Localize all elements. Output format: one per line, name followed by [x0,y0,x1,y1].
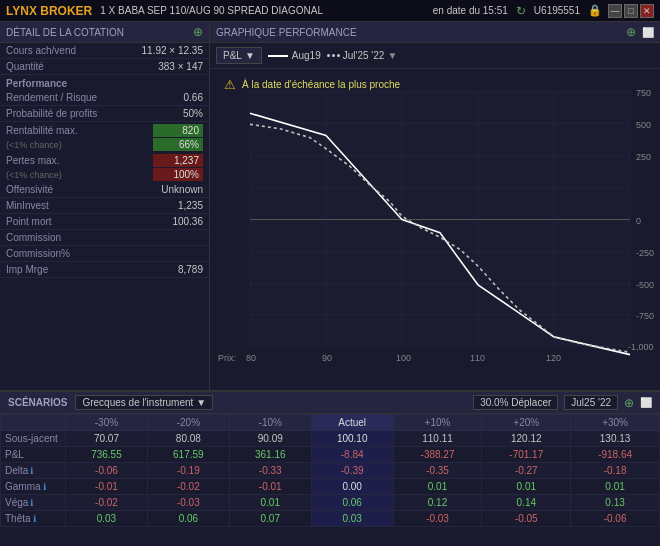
prob-label: Probabilité de profits [6,108,97,119]
left-panel: DÉTAIL DE LA COTATION ⊕ Cours ach/vend 1… [0,22,210,390]
rentabilite-value: 820 [153,124,203,137]
deplacer-dropdown[interactable]: 30.0% Déplacer [473,395,558,410]
greques-dropdown[interactable]: Grecques de l'instrument ▼ [75,395,213,410]
table-cell: -8.84 [311,447,393,463]
date-dropdown[interactable]: Jul25 '22 [564,395,618,410]
table-cell: -0.03 [393,511,482,527]
info-icon[interactable]: ℹ [30,498,33,508]
chart-panel: GRAPHIQUE PERFORMANCE ⊕ ⬜ P&L ▼ Aug19 Ju… [210,22,660,390]
row-label: P&L [1,447,66,463]
chart-header: GRAPHIQUE PERFORMANCE ⊕ ⬜ [210,22,660,43]
jul25-legend: Jul'25 '22 ▼ [327,50,398,61]
table-cell: -0.02 [147,479,229,495]
pertes-sub: (<1% chance) [6,170,62,180]
scenarios-expand-icon[interactable]: ⬜ [640,397,652,408]
rentabilite-sub: (<1% chance) [6,140,62,150]
mininvest-value: 1,235 [178,200,203,211]
table-cell: -0.27 [482,463,571,479]
imp-mrge-label: Imp Mrge [6,264,48,275]
svg-text:110: 110 [470,352,485,364]
col-plus20: +20% [482,415,571,431]
cours-row: Cours ach/vend 11.92 × 12.35 [0,43,209,59]
table-cell: 361.16 [229,447,311,463]
dropdown-arrow-icon: ▼ [245,50,255,61]
greques-arrow-icon: ▼ [196,397,206,408]
chart-link-icon[interactable]: ⊕ [626,25,636,39]
minimize-button[interactable]: — [608,4,622,18]
table-cell: -0.03 [147,495,229,511]
maximize-button[interactable]: □ [624,4,638,18]
jul25-dropdown-arrow[interactable]: ▼ [387,50,397,61]
pertes-bar: Pertes max. 1,237 [6,154,203,167]
info-icon[interactable]: ℹ [43,482,46,492]
performance-section: Performance [0,75,209,90]
pertes-section: Pertes max. 1,237 (<1% chance) 100% [0,152,209,182]
close-button[interactable]: ✕ [640,4,654,18]
table-cell: 70.07 [66,431,148,447]
table-cell: -0.06 [66,463,148,479]
dotted-line-icon [327,54,340,57]
table-cell: 617.59 [147,447,229,463]
rentabilite-bar: Rentabilité max. 820 [6,124,203,137]
refresh-icon: ↻ [516,4,526,18]
col-minus10: -10% [229,415,311,431]
detail-header: DÉTAIL DE LA COTATION ⊕ [0,22,209,43]
pertes-sub-row: (<1% chance) 100% [6,168,203,181]
table-cell: -0.01 [229,479,311,495]
main-layout: DÉTAIL DE LA COTATION ⊕ Cours ach/vend 1… [0,22,660,390]
commission-pct-row: Commission% [0,246,209,262]
commission-pct-label: Commission% [6,248,70,259]
warning-icon: ⚠ [224,77,236,92]
mininvest-label: MinInvest [6,200,49,211]
point-mort-label: Point mort [6,216,52,227]
table-row: Végaℹ-0.02-0.030.010.060.120.140.13 [1,495,660,511]
scenarios-label: SCÉNARIOS [8,397,67,408]
table-cell: -0.18 [571,463,660,479]
rendement-value: 0.66 [184,92,203,103]
performance-chart: 750 500 250 0 -250 -500 -750 -1,000 Prix… [210,69,660,390]
col-plus10: +10% [393,415,482,431]
info-icon[interactable]: ℹ [33,514,36,524]
pl-dropdown[interactable]: P&L ▼ [216,47,262,64]
row-label: Deltaℹ [1,463,66,479]
rentabilite-label: Rentabilité max. [6,125,126,136]
svg-text:-750: -750 [636,310,654,322]
commission-row: Commission [0,230,209,246]
imp-mrge-row: Imp Mrge 8,789 [0,262,209,278]
detail-link-icon[interactable]: ⊕ [193,25,203,39]
offensivite-value: Unknown [161,184,203,195]
col-label-header [1,415,66,431]
row-label: Végaℹ [1,495,66,511]
table-cell: 130.13 [571,431,660,447]
svg-text:Prix:: Prix: [218,352,236,364]
svg-text:80: 80 [246,352,256,364]
table-cell: 0.03 [66,511,148,527]
scenarios-panel: SCÉNARIOS Grecques de l'instrument ▼ 30.… [0,390,660,546]
chart-area: ⚠ À la date d'échéance la plus proche [210,69,660,390]
table-cell: 0.03 [311,511,393,527]
svg-text:750: 750 [636,86,651,98]
svg-text:250: 250 [636,150,651,162]
info-icon[interactable]: ℹ [30,466,33,476]
chart-expand-icon[interactable]: ⬜ [642,27,654,38]
rentabilite-pct: 66% [153,138,203,151]
table-cell: -0.35 [393,463,482,479]
chart-toolbar: P&L ▼ Aug19 Jul'25 '22 ▼ [210,43,660,69]
scenarios-link-icon[interactable]: ⊕ [624,396,634,410]
pertes-pct: 100% [153,168,203,181]
imp-mrge-value: 8,789 [178,264,203,275]
pertes-label: Pertes max. [6,155,126,166]
svg-text:120: 120 [546,352,561,364]
table-cell: 120.12 [482,431,571,447]
aug19-legend: Aug19 [268,50,321,61]
offensivite-label: Offensivité [6,184,53,195]
table-cell: 0.14 [482,495,571,511]
point-mort-row: Point mort 100.36 [0,214,209,230]
table-row: Deltaℹ-0.06-0.19-0.33-0.39-0.35-0.27-0.1… [1,463,660,479]
table-cell: 0.01 [482,479,571,495]
quantite-row: Quantité 383 × 147 [0,59,209,75]
col-minus20: -20% [147,415,229,431]
row-label: Thêtaℹ [1,511,66,527]
date-label: en date du 15:51 [433,5,508,16]
svg-text:-1,000: -1,000 [628,341,654,353]
